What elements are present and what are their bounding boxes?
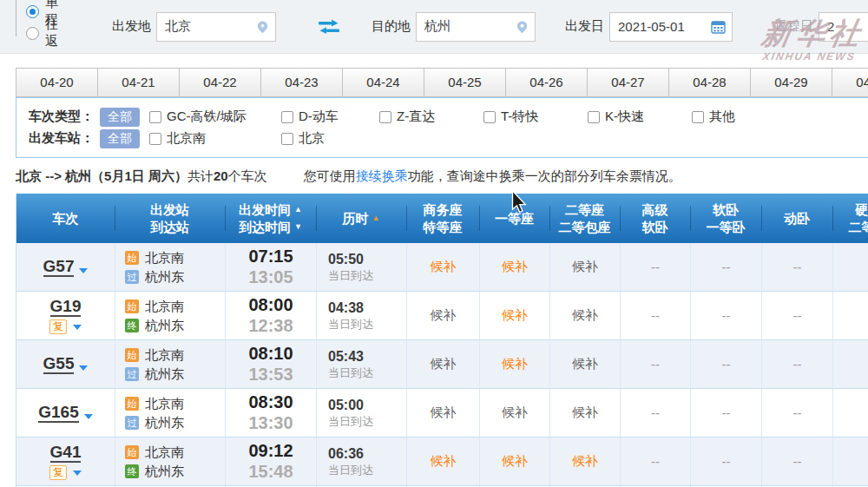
seat-availability-cell: -- bbox=[761, 389, 832, 437]
duration-value: 06:36 bbox=[328, 445, 406, 463]
duration-cell: 05:43当日到达 bbox=[316, 340, 406, 388]
seat-availability-cell[interactable]: 候补 bbox=[549, 438, 620, 485]
filter-checkbox-option[interactable]: 北京南 bbox=[149, 130, 281, 147]
table-row: G165始北京南过杭州东08:3013:3005:00当日到达候补候补候补---… bbox=[16, 389, 868, 438]
seat-availability-cell[interactable]: 候补 bbox=[406, 292, 479, 339]
from-label: 出发地 bbox=[112, 18, 151, 35]
expand-caret-icon[interactable] bbox=[73, 325, 82, 330]
checkbox-icon[interactable] bbox=[692, 111, 704, 123]
seat-availability-cell: -- bbox=[761, 243, 832, 291]
sort-arrow-icon[interactable]: ▲ bbox=[372, 214, 380, 222]
departure-time: 07:15 bbox=[248, 247, 293, 267]
station-name: 杭州东 bbox=[145, 366, 184, 382]
header-text: 软卧 bbox=[713, 201, 739, 219]
expand-caret-icon[interactable] bbox=[84, 414, 93, 419]
table-row: G55始北京南过杭州东08:1013:5305:43当日到达候补候补候补----… bbox=[16, 340, 868, 389]
filter-checkbox-option[interactable]: 北京 bbox=[281, 130, 379, 147]
table-row: G57始北京南过杭州东07:1513:0505:50当日到达候补候补候补----… bbox=[16, 243, 868, 292]
expand-caret-icon[interactable] bbox=[73, 471, 82, 476]
checkbox-icon[interactable] bbox=[483, 111, 496, 123]
seat-availability-cell[interactable]: 候补 bbox=[549, 243, 620, 291]
header-text: 高级 bbox=[642, 201, 668, 219]
filter-checkbox-option[interactable]: Z-直达 bbox=[379, 109, 483, 125]
date-tab[interactable]: 04-20 bbox=[16, 68, 98, 97]
seat-availability-cell[interactable]: 候补 bbox=[479, 438, 549, 485]
terminal-badge: 终 bbox=[125, 319, 139, 332]
station-name: 杭州东 bbox=[145, 318, 184, 333]
seat-availability-cell[interactable]: 候补 bbox=[479, 340, 549, 388]
date-tab[interactable]: 04-28 bbox=[668, 68, 751, 97]
checkbox-icon[interactable] bbox=[149, 111, 161, 123]
checkbox-icon[interactable] bbox=[588, 111, 600, 123]
swap-stations-icon[interactable] bbox=[316, 18, 342, 36]
filter-all-badge[interactable]: 全部 bbox=[100, 108, 140, 127]
terminal-badge: 终 bbox=[125, 464, 139, 478]
checkbox-icon[interactable] bbox=[149, 133, 161, 145]
return-date-label: 返程日 bbox=[774, 18, 813, 35]
column-header[interactable]: 历时▲ bbox=[316, 194, 406, 243]
depart-date-input[interactable]: 2021-05-01 bbox=[609, 12, 733, 42]
checkbox-icon[interactable] bbox=[281, 111, 293, 123]
header-text: 到达时间 bbox=[239, 219, 291, 236]
filter-checkbox-option[interactable]: D-动车 bbox=[281, 109, 379, 125]
arrival-day: 当日到达 bbox=[328, 414, 406, 430]
header-text: 一等座 bbox=[495, 210, 534, 227]
station-name: 杭州东 bbox=[145, 269, 184, 285]
filter-checkbox-option[interactable]: K-快速 bbox=[588, 109, 692, 125]
expand-caret-icon[interactable] bbox=[79, 365, 88, 371]
date-tab[interactable]: 04-24 bbox=[342, 68, 424, 97]
train-count: 20 bbox=[214, 168, 228, 183]
seat-availability-cell[interactable]: 候补 bbox=[406, 243, 479, 291]
sort-arrow-icon[interactable]: ▼ bbox=[294, 223, 302, 231]
to-input[interactable]: 杭州 bbox=[416, 12, 536, 42]
header-text: 车次 bbox=[53, 210, 79, 227]
times-cell: 07:1513:05 bbox=[225, 243, 316, 291]
date-tab[interactable]: 04-22 bbox=[179, 68, 261, 97]
seat-availability-cell[interactable]: 候补 bbox=[406, 389, 479, 437]
train-number-link[interactable]: G55 bbox=[43, 354, 75, 374]
seat-availability-cell[interactable]: 候补 bbox=[549, 292, 620, 339]
expand-caret-icon[interactable] bbox=[79, 268, 88, 273]
date-tab[interactable]: 04-26 bbox=[505, 68, 588, 97]
seat-availability-cell bbox=[832, 292, 868, 339]
train-number-link[interactable]: G41 bbox=[50, 443, 82, 463]
transfer-link[interactable]: 接续换乘 bbox=[356, 168, 408, 183]
tip-prefix: 您可使用 bbox=[304, 168, 356, 183]
filter-checkbox-option[interactable]: 其他 bbox=[692, 109, 753, 125]
return-date-input[interactable]: 2 bbox=[819, 12, 868, 42]
filter-all-badge[interactable]: 全部 bbox=[100, 129, 140, 148]
header-text: 一等卧 bbox=[707, 219, 746, 236]
station-name: 北京南 bbox=[145, 396, 184, 411]
from-input[interactable]: 北京 bbox=[156, 12, 276, 42]
pass-badge: 过 bbox=[125, 367, 139, 381]
checkbox-label: 其他 bbox=[709, 109, 735, 125]
seat-availability-cell[interactable]: 候补 bbox=[479, 389, 549, 437]
location-pin-icon bbox=[516, 20, 529, 35]
column-header: 动卧 bbox=[761, 194, 832, 243]
seat-availability-cell[interactable]: 候补 bbox=[406, 438, 479, 485]
seat-availability-cell[interactable]: 候补 bbox=[479, 292, 549, 339]
train-number-link[interactable]: G19 bbox=[50, 297, 82, 317]
checkbox-icon[interactable] bbox=[379, 111, 391, 123]
header-text: 软卧 bbox=[642, 219, 668, 236]
date-tab[interactable]: 04-27 bbox=[587, 68, 669, 97]
train-number-link[interactable]: G165 bbox=[38, 403, 78, 423]
date-tab[interactable]: 04-25 bbox=[424, 68, 506, 97]
date-tab[interactable]: 04-23 bbox=[260, 68, 343, 97]
date-tab[interactable]: 04-30 bbox=[832, 68, 868, 97]
seat-availability-cell[interactable]: 候补 bbox=[479, 243, 549, 291]
date-tab[interactable]: 04-29 bbox=[750, 68, 832, 97]
filter-checkbox-option[interactable]: GC-高铁/城际 bbox=[149, 109, 281, 125]
train-number-link[interactable]: G57 bbox=[43, 257, 75, 277]
date-tab[interactable]: 04-21 bbox=[97, 68, 180, 97]
filter-checkbox-option[interactable]: T-特快 bbox=[483, 109, 588, 125]
seat-availability-cell[interactable]: 候补 bbox=[549, 340, 620, 388]
calendar-icon[interactable] bbox=[711, 20, 726, 34]
round-trip-radio[interactable]: 往返 bbox=[26, 23, 58, 44]
checkbox-icon[interactable] bbox=[281, 133, 293, 145]
column-header[interactable]: 出发时间▲到达时间▼ bbox=[225, 194, 316, 243]
seat-availability-cell[interactable]: 候补 bbox=[549, 389, 620, 437]
seat-availability-cell[interactable]: 候补 bbox=[406, 340, 479, 388]
seat-availability-cell bbox=[832, 389, 868, 437]
sort-arrow-icon[interactable]: ▲ bbox=[294, 206, 302, 214]
